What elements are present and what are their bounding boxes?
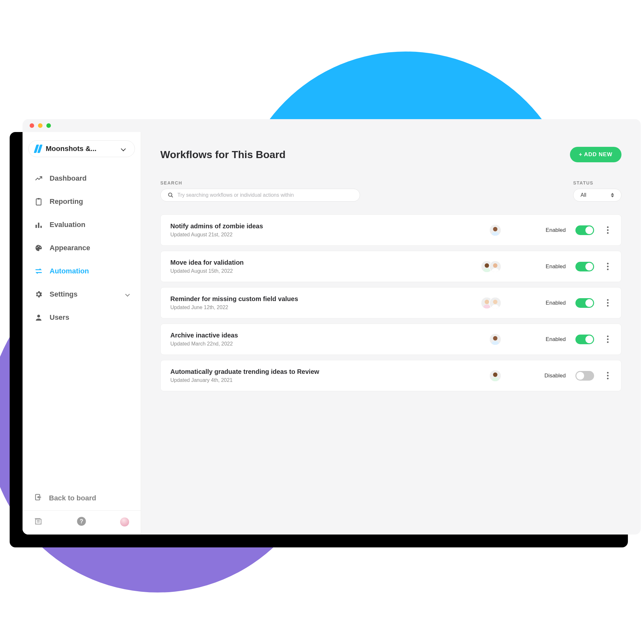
search-icon	[168, 192, 174, 198]
workflow-menu-button[interactable]	[604, 299, 611, 307]
workflow-row[interactable]: Automatically graduate trending ideas to…	[160, 360, 621, 391]
sidebar-footer: ?	[23, 510, 141, 535]
sidebar-item-label: Automation	[50, 267, 89, 275]
collaborator-avatars	[481, 297, 501, 309]
svg-point-7	[40, 247, 41, 248]
workflow-menu-button[interactable]	[604, 372, 611, 379]
sidebar-item-label: Dashboard	[50, 174, 87, 183]
collaborator-avatars	[481, 260, 501, 273]
app-logo-icon	[34, 145, 43, 153]
svg-line-13	[171, 196, 173, 197]
workflow-row[interactable]: Archive inactive ideasUpdated March 22nd…	[160, 324, 621, 355]
sidebar-item-label: Reporting	[50, 197, 83, 206]
svg-rect-0	[36, 199, 41, 205]
workflow-status: Disabled	[540, 373, 566, 379]
exit-icon	[34, 493, 43, 503]
svg-point-21	[485, 299, 489, 304]
sidebar-item-appearance[interactable]: Appearance	[28, 236, 135, 260]
workflow-toggle[interactable]	[575, 262, 594, 271]
chevron-down-icon	[125, 292, 130, 297]
sidebar-item-settings[interactable]: Settings	[28, 283, 135, 306]
library-icon[interactable]	[34, 517, 43, 527]
collaborator-avatar	[489, 260, 501, 273]
window-zoom-button[interactable]	[46, 123, 51, 128]
help-icon[interactable]: ?	[77, 516, 86, 527]
sidebar-item-reporting[interactable]: Reporting	[28, 190, 135, 213]
sidebar: Moonshots &... Dashboard Reporting	[23, 132, 141, 535]
workflow-updated: Updated August 15th, 2022	[170, 268, 396, 274]
collaborator-avatar	[489, 224, 501, 236]
sidebar-item-label: Settings	[50, 290, 78, 298]
workflow-status: Enabled	[540, 227, 566, 233]
window-minimize-button[interactable]	[38, 123, 43, 128]
sidebar-item-label: Appearance	[50, 244, 90, 252]
window-close-button[interactable]	[30, 123, 34, 128]
chevron-down-icon	[121, 146, 126, 151]
workflow-status: Enabled	[540, 336, 566, 343]
svg-point-15	[493, 227, 497, 231]
workflow-menu-button[interactable]	[604, 226, 611, 234]
workflow-toggle[interactable]	[575, 225, 594, 235]
sidebar-item-label: Evaluation	[50, 221, 85, 229]
workflow-updated: Updated March 22nd, 2022	[170, 341, 396, 347]
back-to-board-button[interactable]: Back to board	[23, 486, 141, 510]
sidebar-item-automation[interactable]: Automation	[28, 260, 135, 283]
status-filter-value: All	[581, 192, 586, 198]
collaborator-avatar	[489, 333, 501, 346]
chart-line-icon	[34, 174, 43, 183]
board-selector[interactable]: Moonshots &...	[28, 140, 135, 157]
workflow-toggle[interactable]	[575, 335, 594, 344]
workflow-menu-button[interactable]	[604, 336, 611, 343]
status-filter-label: STATUS	[573, 180, 621, 185]
workflow-row[interactable]: Reminder for missing custom field values…	[160, 287, 621, 318]
workflow-menu-button[interactable]	[604, 263, 611, 270]
sort-icon	[611, 193, 614, 197]
status-filter[interactable]: All	[573, 189, 621, 202]
workflow-toggle[interactable]	[575, 371, 594, 381]
workflow-row[interactable]: Notify admins of zombie ideasUpdated Aug…	[160, 214, 621, 246]
workflow-list: Notify admins of zombie ideasUpdated Aug…	[160, 214, 621, 391]
svg-point-27	[493, 372, 497, 377]
search-field[interactable]	[160, 189, 360, 202]
collaborator-avatars	[489, 333, 501, 346]
svg-point-12	[168, 193, 172, 196]
svg-point-8	[37, 315, 40, 317]
workflow-updated: Updated June 12th, 2022	[170, 305, 396, 310]
workflow-title: Notify admins of zombie ideas	[170, 223, 396, 230]
svg-point-25	[493, 336, 497, 340]
board-name: Moonshots &...	[46, 145, 116, 153]
clipboard-icon	[34, 197, 43, 206]
svg-point-23	[493, 299, 497, 304]
main-content: Workflows for This Board + ADD NEW SEARC…	[141, 132, 641, 535]
collaborator-avatar	[489, 297, 501, 309]
svg-text:?: ?	[80, 518, 83, 525]
sidebar-item-dashboard[interactable]: Dashboard	[28, 167, 135, 190]
svg-rect-3	[38, 223, 39, 228]
workflow-updated: Updated January 4th, 2021	[170, 377, 396, 383]
back-to-board-label: Back to board	[49, 494, 96, 502]
user-avatar[interactable]	[120, 517, 129, 526]
workflow-title: Move idea for validation	[170, 259, 396, 266]
window-titlebar	[23, 119, 641, 132]
svg-rect-2	[35, 225, 37, 228]
workflow-updated: Updated August 21st, 2022	[170, 232, 396, 238]
collaborator-avatars	[489, 370, 501, 382]
user-icon	[34, 313, 43, 322]
palette-icon	[34, 243, 43, 252]
sidebar-item-users[interactable]: Users	[28, 306, 135, 329]
add-new-button[interactable]: + ADD NEW	[570, 147, 621, 162]
workflow-title: Archive inactive ideas	[170, 332, 396, 339]
workflow-row[interactable]: Move idea for validationUpdated August 1…	[160, 251, 621, 282]
bar-chart-icon	[34, 220, 43, 229]
svg-point-17	[485, 263, 489, 268]
search-label: SEARCH	[160, 180, 360, 185]
svg-rect-4	[40, 226, 42, 228]
workflow-status: Enabled	[540, 300, 566, 306]
page-title: Workflows for This Board	[160, 149, 286, 161]
sidebar-item-evaluation[interactable]: Evaluation	[28, 213, 135, 236]
collaborator-avatar	[489, 370, 501, 382]
search-input[interactable]	[177, 192, 353, 198]
collaborator-avatars	[489, 224, 501, 236]
workflow-toggle[interactable]	[575, 298, 594, 308]
workflow-title: Reminder for missing custom field values	[170, 295, 396, 303]
